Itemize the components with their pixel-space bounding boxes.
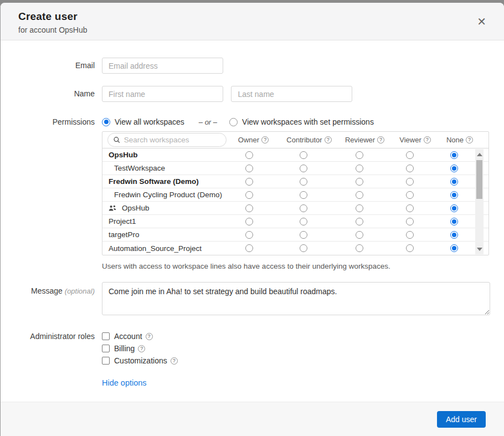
- permission-radio-owner[interactable]: [245, 151, 253, 159]
- permission-radio-reviewer[interactable]: [356, 151, 363, 159]
- help-icon[interactable]: ?: [171, 357, 178, 365]
- help-icon[interactable]: ?: [466, 136, 473, 143]
- modal-body: Email Name Permissions View all workspac…: [1, 40, 504, 388]
- permission-cell-viewer: [386, 165, 433, 172]
- permission-radio-reviewer[interactable]: [356, 165, 363, 172]
- permission-radio-none[interactable]: [450, 244, 458, 252]
- permission-cell-none: [433, 244, 475, 252]
- view-set-permissions-label[interactable]: View workspaces with set permissions: [242, 117, 374, 126]
- message-label: Message (optional): [1, 282, 102, 317]
- view-all-workspaces-radio[interactable]: [102, 118, 110, 126]
- scroll-down-icon[interactable]: [475, 245, 484, 253]
- permission-radio-owner[interactable]: [245, 178, 253, 186]
- permission-radio-contributor[interactable]: [300, 165, 307, 172]
- workspace-row: TestWorkspace: [102, 162, 488, 175]
- permission-radio-none[interactable]: [450, 191, 458, 199]
- table-scrollbar[interactable]: [475, 149, 484, 254]
- permission-radio-viewer[interactable]: [406, 178, 414, 186]
- permission-cell-none: [433, 231, 475, 239]
- permission-radio-none[interactable]: [450, 178, 458, 186]
- permission-radio-owner[interactable]: [245, 231, 253, 239]
- scrollbar-thumb[interactable]: [476, 160, 482, 199]
- email-field[interactable]: [102, 58, 223, 74]
- permission-radio-owner[interactable]: [245, 191, 253, 199]
- permission-cell-viewer: [386, 151, 433, 159]
- hide-options-link[interactable]: Hide options: [102, 378, 147, 387]
- permission-cell-owner: [223, 178, 275, 186]
- permission-radio-contributor[interactable]: [300, 151, 307, 159]
- view-set-permissions-radio[interactable]: [229, 118, 238, 126]
- help-icon[interactable]: ?: [261, 136, 269, 143]
- admin-role-label[interactable]: Account: [114, 332, 142, 341]
- permission-radio-viewer[interactable]: [406, 165, 414, 172]
- workspace-row: OpsHub: [102, 202, 488, 215]
- permission-radio-none[interactable]: [450, 165, 458, 172]
- permission-cell-reviewer: [332, 244, 386, 252]
- permission-radio-none[interactable]: [450, 204, 458, 212]
- help-icon[interactable]: ?: [325, 136, 332, 143]
- permission-radio-none[interactable]: [450, 151, 458, 159]
- message-row: Message (optional) Come join me in Aha! …: [1, 282, 504, 317]
- permission-radio-reviewer[interactable]: [356, 244, 363, 252]
- permission-radio-none[interactable]: [450, 231, 458, 239]
- permission-radio-contributor[interactable]: [300, 218, 307, 225]
- permission-radio-reviewer[interactable]: [356, 231, 363, 239]
- workspace-search-box[interactable]: [107, 133, 227, 147]
- close-icon[interactable]: ✕: [477, 16, 486, 27]
- permission-radio-viewer[interactable]: [406, 151, 414, 159]
- help-icon[interactable]: ?: [377, 136, 384, 143]
- permission-radio-viewer[interactable]: [406, 204, 414, 212]
- permission-radio-reviewer[interactable]: [356, 204, 363, 212]
- permission-radio-reviewer[interactable]: [356, 191, 363, 199]
- view-all-workspaces-label[interactable]: View all workspaces: [115, 117, 184, 126]
- permission-radio-contributor[interactable]: [300, 178, 307, 186]
- admin-role-label[interactable]: Billing: [114, 344, 135, 353]
- workspace-name: TestWorkspace: [102, 164, 223, 172]
- permission-radio-owner[interactable]: [245, 244, 253, 252]
- workspace-name: targetPro: [102, 230, 223, 239]
- permission-cell-viewer: [386, 204, 433, 212]
- permission-radio-viewer[interactable]: [406, 218, 414, 225]
- permission-radio-reviewer[interactable]: [356, 218, 363, 225]
- admin-role-label[interactable]: Customizations: [114, 356, 167, 365]
- permission-radio-owner[interactable]: [245, 204, 253, 212]
- permission-cell-none: [433, 165, 475, 172]
- message-textarea[interactable]: Come join me in Aha! to set strategy and…: [102, 282, 490, 315]
- permission-radio-viewer[interactable]: [406, 244, 414, 252]
- help-icon[interactable]: ?: [146, 333, 153, 340]
- permission-cell-viewer: [386, 218, 433, 225]
- permission-cell-viewer: [386, 178, 433, 186]
- admin-role-checkbox-customizations[interactable]: [102, 357, 110, 365]
- permissions-label: Permissions: [1, 116, 102, 270]
- workspace-search-input[interactable]: [124, 136, 220, 144]
- help-icon[interactable]: ?: [424, 136, 431, 143]
- permission-radio-viewer[interactable]: [406, 191, 414, 199]
- column-header-label: None: [446, 136, 464, 144]
- first-name-field[interactable]: [102, 86, 223, 102]
- permission-radio-none[interactable]: [450, 218, 458, 225]
- workspace-row: Automation_Source_Project: [102, 242, 488, 255]
- help-icon[interactable]: ?: [138, 345, 145, 352]
- modal-header: Create user for account OpsHub ✕: [1, 3, 504, 40]
- admin-role-checkbox-account[interactable]: [102, 332, 110, 340]
- permission-radio-contributor[interactable]: [300, 231, 307, 239]
- name-label: Name: [1, 86, 102, 102]
- permission-radio-contributor[interactable]: [300, 204, 307, 212]
- permission-radio-owner[interactable]: [245, 165, 253, 172]
- workspace-row: Project1: [102, 215, 488, 228]
- admin-role-option-account: Account?: [102, 332, 496, 341]
- permission-radio-reviewer[interactable]: [356, 178, 363, 186]
- admin-role-checkbox-billing[interactable]: [102, 345, 110, 352]
- permission-cell-reviewer: [332, 231, 386, 239]
- permission-radio-contributor[interactable]: [300, 244, 307, 252]
- scroll-up-icon[interactable]: [475, 150, 484, 158]
- workspace-row: Fredwin Software (Demo): [102, 175, 488, 188]
- create-user-modal: Create user for account OpsHub ✕ Email N…: [0, 3, 504, 436]
- permission-cell-reviewer: [332, 178, 386, 186]
- permission-radio-contributor[interactable]: [300, 191, 307, 199]
- permission-radio-viewer[interactable]: [406, 231, 414, 239]
- permission-radio-owner[interactable]: [245, 218, 253, 225]
- add-user-button[interactable]: Add user: [437, 411, 486, 428]
- permission-cell-none: [433, 204, 475, 212]
- last-name-field[interactable]: [231, 86, 352, 102]
